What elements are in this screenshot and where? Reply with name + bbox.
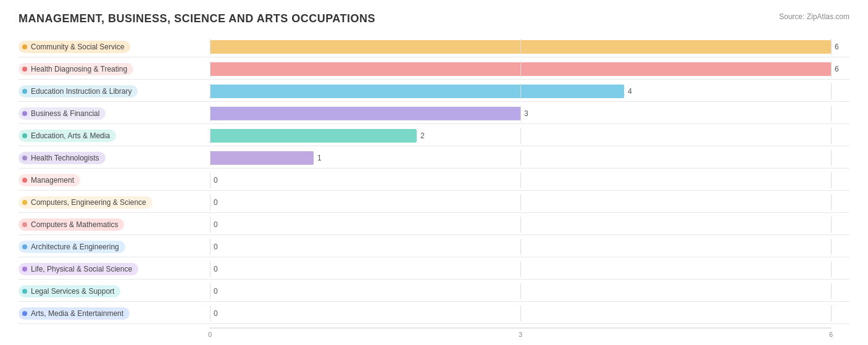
grid-line xyxy=(210,83,211,99)
grid-line xyxy=(520,172,521,188)
bar-value-label: 0 xyxy=(214,309,218,318)
bar-label: Health Technologists xyxy=(31,154,99,162)
bar-dot-icon xyxy=(22,44,27,49)
bar-value-label: 1 xyxy=(317,154,322,162)
bar-dot-icon xyxy=(22,222,27,227)
bar-label: Community & Social Service xyxy=(31,43,124,51)
bar-row: Architecture & Engineering0 xyxy=(19,236,849,257)
bar-row: Health Technologists1 xyxy=(19,148,849,168)
bar-row: Health Diagnosing & Treating6 xyxy=(19,59,849,80)
grid-line xyxy=(210,239,211,255)
bar-dot-icon xyxy=(22,133,27,138)
grid-line xyxy=(210,61,211,77)
grid-line xyxy=(831,306,832,322)
bar-dot-icon xyxy=(22,156,27,160)
grid-line xyxy=(210,39,211,55)
bar-dot-icon xyxy=(22,244,27,249)
bar-label: Computers & Mathematics xyxy=(31,220,118,229)
grid-line xyxy=(831,83,832,99)
grid-line xyxy=(520,106,521,122)
bar-row: Computers, Engineering & Science0 xyxy=(19,192,849,213)
grid-line xyxy=(831,239,832,255)
grid-line xyxy=(210,150,211,166)
bar-row: Computers & Mathematics0 xyxy=(19,214,849,235)
bar-label: Arts, Media & Entertainment xyxy=(31,309,123,318)
bar-value-label: 4 xyxy=(628,87,632,96)
grid-line xyxy=(831,217,832,233)
bar-row: Community & Social Service6 xyxy=(19,36,849,57)
grid-line xyxy=(210,172,211,188)
bar-value-label: 0 xyxy=(214,176,218,185)
bar-row: Arts, Media & Entertainment0 xyxy=(19,303,849,324)
bar-fill xyxy=(210,107,520,120)
bar-label: Health Diagnosing & Treating xyxy=(31,65,127,73)
bar-value-label: 6 xyxy=(835,65,839,73)
grid-line xyxy=(831,172,832,188)
bar-value-label: 0 xyxy=(214,243,218,251)
x-axis-label: 3 xyxy=(519,331,522,338)
bar-value-label: 3 xyxy=(524,109,528,118)
grid-line xyxy=(210,261,211,277)
bar-label: Computers, Engineering & Science xyxy=(31,198,146,207)
grid-line xyxy=(520,150,521,166)
x-axis: 036 xyxy=(210,328,831,331)
bar-value-label: 0 xyxy=(214,265,218,273)
bar-value-label: 0 xyxy=(214,220,218,229)
bar-dot-icon xyxy=(22,267,27,272)
grid-line xyxy=(831,106,832,122)
bar-row: Life, Physical & Social Science0 xyxy=(19,259,849,280)
bar-dot-icon xyxy=(22,200,27,205)
bar-label: Architecture & Engineering xyxy=(31,243,119,251)
grid-line xyxy=(520,283,521,299)
bar-label: Business & Financial xyxy=(31,109,99,118)
chart-title: MANAGEMENT, BUSINESS, SCIENCE AND ARTS O… xyxy=(19,12,375,25)
bar-dot-icon xyxy=(22,311,27,316)
grid-line xyxy=(520,239,521,255)
chart-body: Community & Social Service6Health Diagno… xyxy=(19,36,849,331)
grid-line xyxy=(520,83,521,99)
grid-line xyxy=(831,150,832,166)
bar-fill xyxy=(210,129,417,143)
bar-fill xyxy=(210,151,314,165)
grid-line xyxy=(831,194,832,210)
bar-value-label: 6 xyxy=(835,43,839,51)
grid-line xyxy=(831,283,832,299)
x-axis-label: 0 xyxy=(208,331,212,338)
grid-line xyxy=(210,106,211,122)
bar-label: Life, Physical & Social Science xyxy=(31,265,132,273)
chart-source: Source: ZipAtlas.com xyxy=(779,12,849,21)
bar-label: Education Instruction & Library xyxy=(31,87,131,96)
grid-line xyxy=(520,39,521,55)
grid-line xyxy=(831,39,832,55)
bar-row: Education Instruction & Library4 xyxy=(19,81,849,102)
chart-header: MANAGEMENT, BUSINESS, SCIENCE AND ARTS O… xyxy=(19,12,849,25)
bar-label: Legal Services & Support xyxy=(31,287,114,296)
grid-line xyxy=(520,61,521,77)
bar-dot-icon xyxy=(22,178,27,183)
bar-value-label: 0 xyxy=(214,198,218,207)
bar-row: Education, Arts & Media2 xyxy=(19,125,849,146)
x-axis-label: 6 xyxy=(829,331,833,338)
grid-line xyxy=(520,306,521,322)
bar-value-label: 2 xyxy=(420,131,425,140)
bar-row: Business & Financial3 xyxy=(19,103,849,124)
bar-label: Management xyxy=(31,176,74,185)
grid-line xyxy=(520,261,521,277)
bar-value-label: 0 xyxy=(214,287,218,296)
grid-line xyxy=(520,128,521,144)
grid-line xyxy=(210,306,211,322)
grid-line xyxy=(831,261,832,277)
grid-line xyxy=(520,217,521,233)
grid-line xyxy=(520,194,521,210)
bar-label: Education, Arts & Media xyxy=(31,131,110,140)
bar-dot-icon xyxy=(22,289,27,294)
bar-row: Legal Services & Support0 xyxy=(19,281,849,302)
grid-line xyxy=(210,128,211,144)
grid-line xyxy=(210,217,211,233)
bar-fill xyxy=(210,85,624,98)
bar-dot-icon xyxy=(22,67,27,72)
bar-dot-icon xyxy=(22,89,27,94)
grid-line xyxy=(210,283,211,299)
bar-dot-icon xyxy=(22,111,27,116)
grid-line xyxy=(831,61,832,77)
